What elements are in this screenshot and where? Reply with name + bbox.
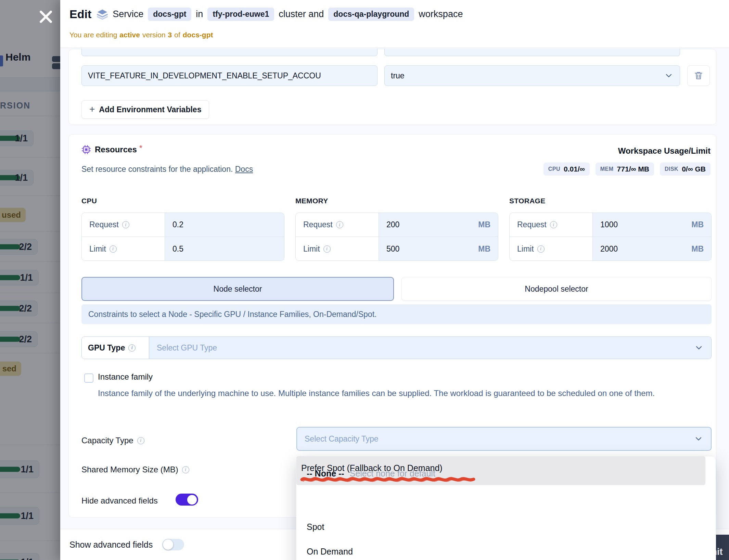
memory-limit-input[interactable]: 500MB	[379, 237, 498, 261]
storage-section-label: STORAGE	[509, 197, 546, 205]
cpu-chip-icon	[81, 145, 91, 154]
info-icon[interactable]: i	[323, 245, 331, 253]
storage-request-input[interactable]: 1000MB	[593, 213, 711, 237]
trash-icon	[693, 71, 704, 81]
cpu-usage-badge: CPU0.01/∞	[543, 163, 590, 176]
capacity-type-label: Capacity Type i	[81, 436, 144, 445]
env-value-input-partial	[384, 49, 680, 56]
instance-family-description: Instance family of the underlying machin…	[98, 386, 676, 400]
resources-section-header: Resources *	[81, 145, 142, 154]
entity-label: Service	[113, 9, 143, 20]
resources-subtitle: Set resource constraints for the applica…	[81, 165, 253, 174]
modal-overlay-dim	[0, 0, 60, 560]
plus-icon: +	[89, 104, 95, 115]
memory-limit-row: Limiti 500MB	[296, 237, 498, 261]
gpu-type-select[interactable]: Select GPU Type	[149, 337, 711, 359]
gpu-type-row: GPU Type i Select GPU Type	[81, 336, 712, 359]
delete-env-var-button[interactable]	[687, 65, 710, 86]
annotation-underline	[300, 475, 476, 484]
chevron-down-icon	[694, 343, 704, 353]
cluster-text: cluster and	[279, 9, 324, 20]
memory-table: Requesti 200MB Limiti 500MB	[295, 213, 498, 261]
resources-title: Resources	[95, 145, 137, 154]
info-icon[interactable]: i	[128, 344, 136, 352]
workspace-usage-badges: CPU0.01/∞ MEM771/∞ MB DISK0/∞ GB	[543, 163, 711, 176]
show-advanced-label: Show advanced fields	[69, 540, 153, 550]
modal-header: Edit Service docs-gpt in tfy-prod-euwe1 …	[60, 0, 729, 48]
cpu-request-row: Requesti 0.2	[82, 213, 284, 237]
screen: Helm RSION 1/1 1/1 used 2/2 1/1 2/2 2/2 …	[0, 0, 729, 560]
env-value-select[interactable]: true	[384, 65, 680, 86]
memory-section-label: MEMORY	[295, 197, 328, 205]
environment-variables-card: VITE_FEATURE_IN_DEVELOPMENT_ENABLE_SETUP…	[68, 49, 716, 125]
cpu-table: Requesti 0.2 Limiti 0.5	[81, 213, 284, 261]
editing-version-note: You are editing active version 3 of docs…	[69, 31, 213, 39]
title-row: Edit Service docs-gpt in tfy-prod-euwe1 …	[69, 8, 463, 21]
cpu-section-label: CPU	[81, 197, 97, 205]
docs-link[interactable]: Docs	[235, 165, 253, 174]
modal-title: Edit	[69, 8, 91, 21]
background-page: Helm RSION 1/1 1/1 used 2/2 1/1 2/2 2/2 …	[0, 0, 60, 560]
info-icon[interactable]: i	[550, 221, 557, 228]
selector-hint: Constraints to select a Node - Specific …	[81, 304, 712, 324]
shared-memory-label: Shared Memory Size (MB) i	[81, 465, 189, 474]
memory-request-row: Requesti 200MB	[296, 213, 498, 237]
close-icon	[37, 8, 54, 25]
env-key-input-partial	[81, 49, 378, 56]
storage-limit-row: Limiti 2000MB	[510, 237, 711, 261]
option-on-demand[interactable]: On Demand	[307, 547, 353, 557]
tab-node-selector[interactable]: Node selector	[81, 277, 394, 301]
chevron-down-icon	[694, 434, 703, 444]
cpu-limit-row: Limiti 0.5	[82, 237, 284, 261]
service-name-badge: docs-gpt	[148, 8, 191, 21]
show-advanced-toggle[interactable]	[162, 539, 184, 550]
capacity-type-dropdown: -- None -- Select none for default Prefe…	[296, 456, 716, 560]
chevron-down-icon	[664, 71, 674, 80]
storage-limit-input[interactable]: 2000MB	[593, 237, 711, 261]
instance-family-label: Instance family	[98, 372, 153, 382]
workspace-usage-title: Workspace Usage/Limit	[618, 146, 711, 156]
in-text: in	[196, 9, 203, 20]
cpu-request-input[interactable]: 0.2	[165, 213, 284, 237]
workspace-name-badge: docs-qa-playground	[328, 8, 414, 21]
instance-family-checkbox[interactable]	[84, 373, 93, 383]
tab-nodepool-selector[interactable]: Nodepool selector	[401, 277, 712, 301]
gpu-type-label: GPU Type i	[82, 337, 149, 359]
env-key-input[interactable]: VITE_FEATURE_IN_DEVELOPMENT_ENABLE_SETUP…	[81, 65, 378, 86]
info-icon[interactable]: i	[182, 466, 189, 473]
memory-request-input[interactable]: 200MB	[379, 213, 498, 237]
hide-advanced-toggle[interactable]	[176, 494, 198, 506]
option-prefer-spot[interactable]: Prefer Spot (Fallback to On Demand)	[296, 456, 705, 485]
cluster-name-badge: tfy-prod-euwe1	[207, 8, 274, 21]
info-icon[interactable]: i	[137, 437, 144, 444]
info-icon[interactable]: i	[110, 245, 117, 253]
cpu-limit-input[interactable]: 0.5	[165, 237, 284, 261]
workspace-text: workspace	[419, 9, 463, 20]
info-icon[interactable]: i	[122, 221, 129, 228]
mem-usage-badge: MEM771/∞ MB	[596, 163, 654, 176]
required-marker: *	[139, 143, 142, 153]
close-button[interactable]	[37, 8, 55, 26]
disk-usage-badge: DISK0/∞ GB	[660, 163, 711, 176]
hide-advanced-label: Hide advanced fields	[81, 496, 158, 506]
info-icon[interactable]: i	[537, 245, 545, 253]
edit-service-modal: Edit Service docs-gpt in tfy-prod-euwe1 …	[60, 0, 729, 560]
capacity-type-select[interactable]: Select Capacity Type	[296, 427, 712, 451]
info-icon[interactable]: i	[336, 221, 343, 228]
service-layers-icon	[97, 9, 108, 20]
storage-table: Requesti 1000MB Limiti 2000MB	[509, 213, 712, 261]
option-spot[interactable]: Spot	[307, 522, 324, 532]
storage-request-row: Requesti 1000MB	[510, 213, 711, 237]
add-env-var-button[interactable]: + Add Environment Variables	[81, 100, 209, 119]
